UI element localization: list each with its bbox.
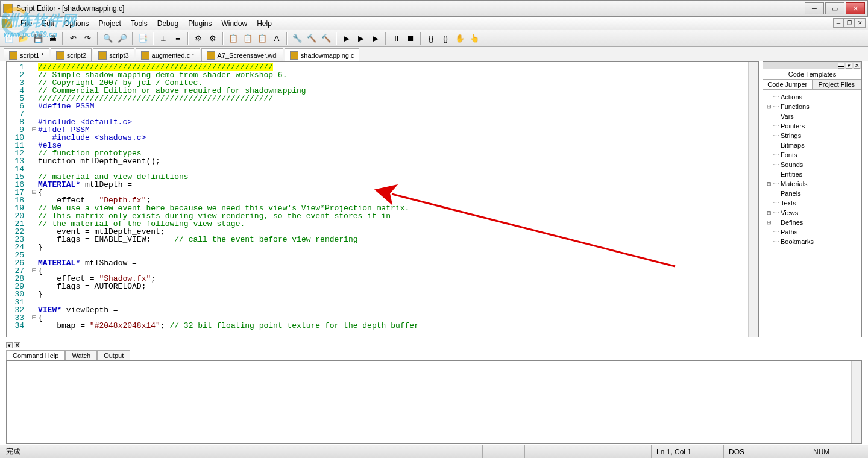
file-tab-label: script1 * [20,52,44,59]
toolbar-button-1[interactable]: 📂 [17,32,30,45]
tab-code-jumper[interactable]: Code Jumper [763,80,813,89]
menu-edit[interactable]: Edit [37,18,59,29]
tree-item[interactable]: ⋯Actions [766,92,859,102]
tree-item[interactable]: ⊞⋯Defines [766,218,859,227]
menu-debug[interactable]: Debug [153,18,183,29]
code-editor[interactable]: 1234567891011121314151617181920212223242… [6,61,759,337]
file-tab[interactable]: augmented.c * [136,48,200,61]
menu-help[interactable]: Help [252,18,277,29]
file-tab-icon [9,51,17,60]
tree-item[interactable]: ⋯Strings [766,131,859,140]
toolbar-button-20[interactable]: 📋 [241,32,254,45]
close-button[interactable]: ✕ [846,2,865,14]
code-jumper-tree[interactable]: ⋯Actions⊞⋯Functions ⋯Vars ⋯Pointers ⋯Str… [763,90,861,337]
file-tab[interactable]: script1 * [4,48,49,61]
status-position: Ln 1, Col 1 [651,445,723,458]
toolbar-button-35[interactable]: {} [424,32,438,45]
maximize-button[interactable]: ▭ [825,2,844,14]
tree-item[interactable]: ⋯Entities [766,169,859,179]
code-area[interactable]: ////////////////////////////////////////… [28,62,748,337]
toolbar-button-19[interactable]: 📋 [227,32,240,45]
toolbar-button-13[interactable]: ⟂ [157,32,170,45]
tab-project-files[interactable]: Project Files [813,80,862,89]
mdi-minimize-button[interactable]: ─ [833,18,844,28]
tree-item[interactable]: ⋯Texts [766,198,859,208]
file-tab-label: script3 [109,52,128,59]
toolbar-button-29[interactable]: ▶ [354,32,368,45]
fold-toggle [32,322,38,330]
file-tab-icon [207,51,215,60]
toolbar-button-21[interactable]: 📋 [256,32,269,45]
menu-project[interactable]: Project [93,18,125,29]
tree-item[interactable]: ⊞⋯Functions [766,102,859,111]
tree-item[interactable]: ⋯Panels [766,189,859,198]
status-bar: 完成 Ln 1, Col 1 DOS NUM [0,445,868,458]
toolbar-button-33[interactable]: ⏹ [404,32,417,45]
tree-item[interactable]: ⋯Vars [766,111,859,121]
dock-pin-icon[interactable]: ▾ [6,342,13,348]
panel-dropdown-icon[interactable]: ▾ [846,63,852,69]
tree-item[interactable]: ⋯Sounds [766,160,859,169]
menu-plugins[interactable]: Plugins [183,18,216,29]
toolbar-button-3[interactable]: 🖶 [46,32,59,45]
bottom-tab-watch[interactable]: Watch [65,350,97,360]
menu-tools[interactable]: Tools [126,18,153,29]
mdi-restore-button[interactable]: ❐ [844,18,855,28]
toolbar-button-36[interactable]: {} [439,32,452,45]
toolbar-button-14[interactable]: ≡ [171,32,184,45]
tree-item[interactable]: ⋯Pointers [766,121,859,131]
tree-item[interactable]: ⋯Bookmarks [766,237,859,246]
status-numlock: NUM [808,445,844,458]
toolbar-button-6[interactable]: ↷ [81,32,94,45]
toolbar-button-0[interactable]: 📄 [2,32,16,45]
toolbar-button-8[interactable]: 🔍 [101,32,115,45]
file-tab[interactable]: script2 [51,48,92,61]
title-bar: Script Editor - [shadowmapping.c] ─ ▭ ✕ [0,0,868,17]
toolbar-button-16[interactable]: ⚙ [192,32,205,45]
mdi-controls: ─ ❐ ✕ [833,18,866,28]
toolbar-button-26[interactable]: 🔨 [319,32,333,45]
file-tab[interactable]: A7_Screensaver.wdl [201,48,283,61]
dock-close-icon[interactable]: ✕ [14,342,20,348]
menu-file[interactable]: File [16,18,37,29]
line-number-gutter: 1234567891011121314151617181920212223242… [7,62,28,337]
menu-window[interactable]: Window [217,18,253,29]
toolbar-button-24[interactable]: 🔧 [291,32,304,45]
tree-item[interactable]: ⋯Fonts [766,150,859,160]
bottom-tab-command-help[interactable]: Command Help [6,350,65,360]
editor-vertical-scrollbar[interactable] [748,62,758,337]
file-tab-label: shadowmapping.c [301,52,354,59]
file-tab-label: A7_Screensaver.wdl [218,52,278,59]
toolbar-button-30[interactable]: ▶ [369,32,382,45]
tree-item[interactable]: ⋯Bitmaps [766,140,859,150]
toolbar-button-22[interactable]: A [270,32,283,45]
toolbar-button-25[interactable]: 🔨 [305,32,318,45]
bottom-vertical-scrollbar[interactable] [851,361,861,443]
toolbar-button-2[interactable]: 💾 [31,32,45,45]
tree-item[interactable]: ⊞⋯Materials [766,179,859,189]
toolbar-button-9[interactable]: 🔎 [116,32,129,45]
toolbar-button-38[interactable]: 👆 [468,32,481,45]
tree-item[interactable]: ⊞⋯Views [766,208,859,218]
mdi-close-button[interactable]: ✕ [855,18,866,28]
bottom-panel-content[interactable] [6,360,862,444]
status-encoding: DOS [723,445,766,458]
panel-close-icon[interactable]: ✕ [854,63,860,69]
tab-code-templates[interactable]: Code Templates [763,69,861,79]
app-icon [3,4,13,13]
bottom-tab-output[interactable]: Output [97,350,130,360]
tree-item[interactable]: ⋯Paths [766,227,859,237]
toolbar-button-11[interactable]: 📑 [136,32,149,45]
panel-pin-icon[interactable]: ▬ [838,63,844,69]
toolbar-button-5[interactable]: ↶ [66,32,80,45]
toolbar-button-28[interactable]: ▶ [340,32,353,45]
file-tab[interactable]: script3 [93,48,134,61]
toolbar-button-32[interactable]: ⏸ [389,32,403,45]
menu-options[interactable]: Options [59,18,93,29]
toolbar-button-17[interactable]: ⚙ [206,32,219,45]
window-title: Script Editor - [shadowmapping.c] [16,4,805,13]
status-ready: 完成 [0,445,193,458]
file-tab[interactable]: shadowmapping.c [285,48,360,61]
minimize-button[interactable]: ─ [805,2,824,14]
toolbar-button-37[interactable]: ✋ [453,32,467,45]
